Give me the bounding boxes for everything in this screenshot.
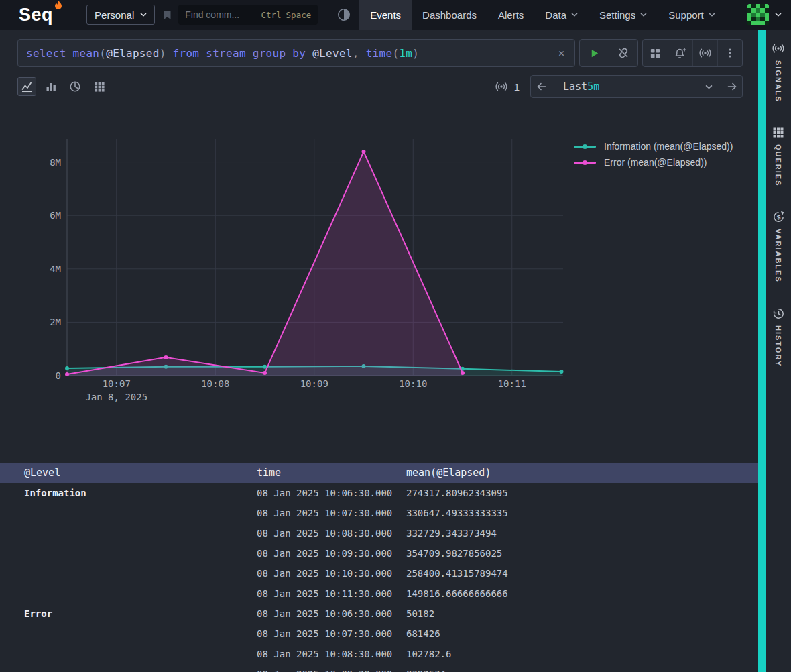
table-cell: 08 Jan 2025 10:11:30.000 — [257, 583, 406, 604]
table-cell — [0, 583, 257, 604]
grid-view-button[interactable] — [90, 77, 109, 96]
moon-icon — [337, 7, 351, 22]
theme-toggle-button[interactable] — [337, 7, 351, 22]
bell-plus-icon — [674, 47, 687, 60]
table-cell: 08 Jan 2025 10:07:30.000 — [257, 503, 406, 523]
nav-item-alerts[interactable]: Alerts — [487, 0, 534, 30]
table-row[interactable]: 08 Jan 2025 10:09:30.000354709.982785602… — [0, 543, 758, 563]
query-input[interactable]: select mean(@Elapsed) from stream group … — [17, 39, 575, 67]
signal-indicator[interactable]: 1 — [495, 80, 520, 93]
command-search[interactable]: Ctrl Space — [178, 5, 318, 25]
table-cell: 354709.9827856025 — [406, 543, 758, 563]
broadcast-icon — [698, 46, 712, 60]
table-row[interactable]: 08 Jan 2025 10:09:30.0008392534 — [0, 664, 758, 672]
nav-item-events[interactable]: Events — [359, 0, 412, 30]
more-options-button[interactable] — [717, 40, 742, 66]
chevron-down-icon — [571, 13, 578, 17]
svg-text:2M: 2M — [50, 317, 61, 327]
svg-text:$: $ — [776, 213, 781, 221]
range-forward-button[interactable] — [721, 76, 742, 97]
table-cell: 08 Jan 2025 10:07:30.000 — [257, 624, 406, 644]
broadcast-icon — [772, 42, 785, 55]
table-cell: 332729.343373494 — [406, 523, 758, 543]
legend-item-error[interactable]: Error (mean(@Elapsed)) — [574, 157, 733, 168]
table-cell: 274317.80962343095 — [406, 483, 758, 503]
search-input[interactable] — [185, 9, 256, 20]
save-signal-button[interactable] — [692, 40, 717, 66]
table-row[interactable]: Error08 Jan 2025 10:06:30.00050182 — [0, 604, 758, 624]
table-row[interactable]: 08 Jan 2025 10:07:30.000681426 — [0, 624, 758, 644]
column-header[interactable]: @Level — [0, 463, 257, 483]
shortcut-ctrl: Ctrl — [261, 10, 281, 20]
bookmark-icon[interactable] — [163, 10, 172, 20]
series-error — [65, 150, 465, 376]
query-token: ( — [392, 47, 399, 60]
svg-text:8M: 8M — [50, 157, 61, 168]
rail-tab-label: SIGNALS — [774, 60, 782, 103]
table-cell: 08 Jan 2025 10:09:30.000 — [257, 664, 406, 672]
svg-text:10:11: 10:11 — [498, 378, 526, 389]
legend-item-information[interactable]: Information (mean(@Elapsed)) — [574, 141, 733, 152]
table-cell: 08 Jan 2025 10:06:30.000 — [257, 604, 406, 624]
svg-text:0: 0 — [56, 370, 61, 381]
svg-text:10:07: 10:07 — [103, 378, 131, 389]
unlink-button[interactable] — [609, 40, 637, 66]
create-alert-button[interactable] — [668, 40, 692, 66]
range-select[interactable]: Last 5m — [552, 76, 721, 97]
table-row[interactable]: 08 Jan 2025 10:11:30.000149816.666666666… — [0, 583, 758, 604]
table-cell — [0, 644, 257, 664]
rail-tab-signals[interactable]: SIGNALS — [772, 42, 785, 103]
table-cell: 330647.49333333335 — [406, 503, 758, 523]
rail-tab-queries[interactable]: QUERIES — [772, 127, 784, 187]
run-query-button[interactable] — [580, 40, 609, 66]
rail-tab-variables[interactable]: $ VARIABLES — [772, 211, 785, 283]
logo-text: Seq — [19, 3, 53, 26]
table-cell: 149816.66666666666 — [406, 583, 758, 604]
table-cell: Error — [0, 604, 257, 624]
table-row[interactable]: Information08 Jan 2025 10:06:30.00027431… — [0, 483, 758, 503]
nav-item-data[interactable]: Data — [534, 0, 589, 30]
query-token: from — [173, 47, 206, 60]
line-chart-icon — [21, 80, 33, 93]
table-row[interactable]: 08 Jan 2025 10:08:30.000332729.343373494 — [0, 523, 758, 543]
rail-tab-history[interactable]: HISTORY — [772, 307, 785, 367]
table-cell: 50182 — [406, 604, 758, 624]
query-bar: select mean(@Elapsed) from stream group … — [17, 39, 743, 67]
range-value: 5m — [587, 80, 599, 93]
timeseries-chart[interactable]: 02M4M6M8M10:0710:0810:0910:1010:11Jan 8,… — [0, 98, 758, 437]
pie-chart-icon — [69, 80, 81, 93]
nav-item-label: Alerts — [498, 9, 524, 21]
column-header[interactable]: time — [257, 463, 406, 483]
nav-item-label: Dashboards — [422, 9, 477, 21]
table-row[interactable]: 08 Jan 2025 10:10:30.000258400.413157894… — [0, 563, 758, 583]
clear-query-button[interactable]: ✕ — [556, 47, 566, 59]
column-header[interactable]: mean(@Elapsed) — [406, 463, 758, 483]
nav-item-dashboards[interactable]: Dashboards — [412, 0, 487, 30]
chevron-down-icon — [709, 13, 715, 17]
bar-chart-view-button[interactable] — [42, 77, 60, 96]
table-row[interactable]: 08 Jan 2025 10:08:30.000102782.6 — [0, 644, 758, 664]
panel-resize-handle[interactable] — [758, 30, 766, 672]
nav-item-support[interactable]: Support — [658, 0, 726, 30]
range-back-button[interactable] — [531, 76, 552, 97]
pie-chart-view-button[interactable] — [66, 77, 84, 96]
avatar[interactable] — [747, 4, 769, 25]
workspace-selector[interactable]: Personal — [86, 5, 155, 25]
query-actions — [579, 39, 638, 67]
table-cell: 08 Jan 2025 10:08:30.000 — [257, 523, 406, 543]
results-table: @Leveltimemean(@Elapsed) Information08 J… — [0, 463, 758, 672]
app-logo[interactable]: Seq — [19, 3, 53, 26]
query-token: , — [353, 47, 366, 60]
nav-item-settings[interactable]: Settings — [589, 0, 658, 30]
legend-line-icon — [574, 144, 596, 149]
nav-item-label: Settings — [599, 9, 635, 21]
table-cell: 08 Jan 2025 10:10:30.000 — [257, 563, 406, 583]
query-text[interactable]: select mean(@Elapsed) from stream group … — [26, 47, 556, 60]
history-icon — [772, 307, 785, 320]
line-chart-view-button[interactable] — [17, 77, 36, 96]
table-row[interactable]: 08 Jan 2025 10:07:30.000330647.493333333… — [0, 503, 758, 523]
query-token: time — [366, 47, 393, 60]
svg-text:6M: 6M — [50, 210, 61, 221]
chevron-down-icon[interactable] — [775, 13, 782, 17]
add-to-dashboard-button[interactable] — [643, 40, 668, 66]
